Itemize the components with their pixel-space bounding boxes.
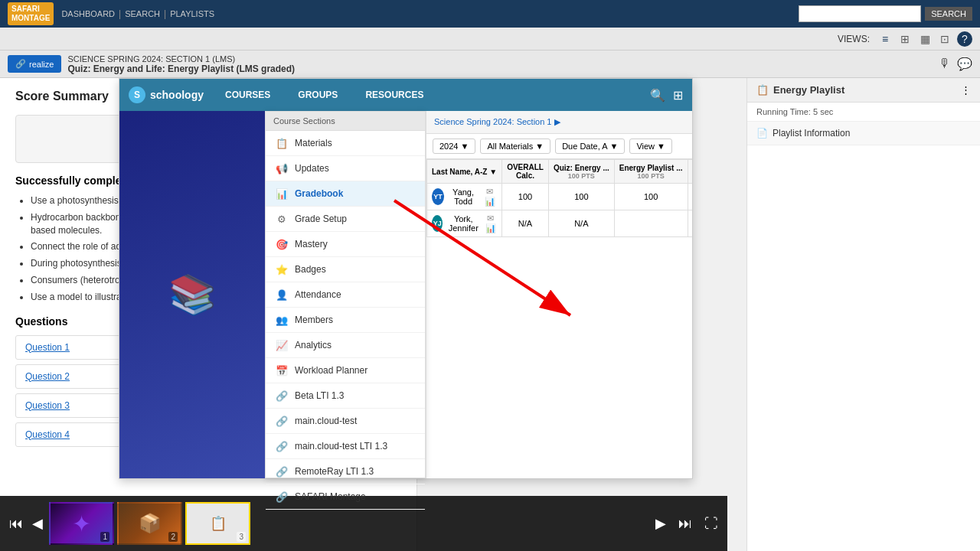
- layout-view-icon[interactable]: ⊡: [937, 31, 952, 47]
- members-menu-item[interactable]: 👥 Members: [266, 308, 425, 333]
- question-2-link[interactable]: Question 2: [25, 371, 70, 382]
- search-input[interactable]: [799, 5, 921, 22]
- breadcrumb-quiz-title: Quiz: Energy and Life: Energy Playlist (…: [67, 64, 933, 74]
- due-date-filter[interactable]: Due Date, A ▼: [555, 139, 625, 154]
- content-area: Score Summary Score 100% (9/9) Successfu…: [0, 78, 980, 551]
- updates-menu-item[interactable]: 📢 Updates: [266, 156, 425, 181]
- student-row-york: YJ York, Jennifer ✉ 📊 N/A N/A: [427, 210, 693, 237]
- student-actions-york: ✉ 📊: [484, 214, 497, 233]
- workload-icon: 📅: [275, 364, 289, 377]
- materials-menu-item[interactable]: 📋 Materials: [266, 131, 425, 156]
- question-3-link[interactable]: Question 3: [25, 400, 70, 411]
- resources-nav-item[interactable]: RESOURCES: [359, 86, 430, 103]
- col1-score-yang: 100: [548, 184, 614, 210]
- col3-score-yang: 100: [688, 184, 692, 210]
- question-4-link[interactable]: Question 4: [25, 429, 70, 440]
- playlist-info-row[interactable]: 📄 Playlist Information: [747, 122, 980, 145]
- student-name-cell: YT Yang, Todd ✉ 📊: [427, 184, 502, 210]
- schoology-nav-icons: 🔍 ⊞: [650, 88, 683, 103]
- film-thumb-1[interactable]: ✦ 1: [49, 502, 114, 545]
- attendance-icon: 👤: [275, 288, 289, 302]
- main-cloud-menu-item[interactable]: 🔗 main.cloud-test: [266, 409, 425, 434]
- schoology-logo: S schoology: [129, 86, 204, 103]
- student-name-york: York, Jennifer: [446, 214, 480, 233]
- col1-score-york: N/A: [548, 210, 614, 237]
- mastery-menu-item[interactable]: 🎯 Mastery: [266, 232, 425, 257]
- lti-icon: 🔗: [275, 389, 289, 403]
- gradebook-breadcrumb[interactable]: Science Spring 2024: Section 1 ▶: [426, 111, 692, 134]
- remoteray-menu-item[interactable]: 🔗 RemoteRay LTI 1.3: [266, 459, 425, 484]
- materials-filter[interactable]: All Materials ▼: [480, 139, 550, 154]
- beta-lti-menu-item[interactable]: 🔗 Beta LTI 1.3: [266, 383, 425, 409]
- film-skip-forward-icon[interactable]: ⏭: [675, 513, 695, 535]
- schoology-content: 📚 Course Sections 📋 Materials 📢 Updates …: [119, 111, 692, 478]
- schoology-overlay: S schoology COURSES GROUPS RESOURCES 🔍 ⊞…: [119, 78, 693, 479]
- dropdown-header: Course Sections: [266, 112, 425, 131]
- gradebook-filters: 2024 ▼ All Materials ▼ Due Date, A ▼ Vie…: [426, 134, 692, 159]
- gradebook-table: Last Name, A-Z ▼ OVERALL Calc. Quiz: Ene…: [426, 159, 692, 237]
- course-dropdown-menu: Course Sections 📋 Materials 📢 Updates 📊 …: [265, 111, 426, 478]
- search-link[interactable]: SEARCH: [125, 9, 160, 18]
- grade-setup-menu-item[interactable]: ⚙ Grade Setup: [266, 207, 425, 232]
- quiz3-col-header: Quiz: Energy ... 100 PTS: [688, 160, 692, 184]
- hero-image: 📚: [119, 111, 265, 478]
- badges-menu-item[interactable]: ⭐ Badges: [266, 257, 425, 282]
- safari-montage-menu-item[interactable]: 🔗 SAFARI Montage: [266, 484, 425, 510]
- search-button[interactable]: SEARCH: [925, 7, 972, 21]
- courses-nav-item[interactable]: COURSES: [219, 86, 276, 103]
- gradebook-menu-item[interactable]: 📊 Gradebook: [266, 181, 425, 207]
- film-skip-back-icon[interactable]: ⏮: [6, 513, 26, 535]
- student-name-yang: Yang, Todd: [448, 187, 479, 206]
- student-avatar-yang: YT: [432, 188, 444, 205]
- film-thumb-3[interactable]: 📋 3: [185, 502, 250, 545]
- film-thumb-2[interactable]: 📦 2: [117, 502, 182, 545]
- badges-icon: ⭐: [275, 262, 289, 276]
- main-cloud-lti-menu-item[interactable]: 🔗 main.cloud-test LTI 1.3: [266, 434, 425, 459]
- overall-score-yang: 100: [502, 184, 549, 210]
- film-play-icon[interactable]: ▶: [652, 512, 669, 535]
- materials-icon: 📋: [275, 136, 289, 150]
- energy-more-icon[interactable]: ⋮: [961, 84, 971, 96]
- energy-running-time: Running Time: 5 sec: [747, 103, 980, 122]
- playlists-link[interactable]: PLAYLISTS: [170, 9, 214, 18]
- microphone-icon[interactable]: 🎙: [939, 57, 951, 71]
- help-icon[interactable]: ?: [957, 31, 972, 47]
- realize-button[interactable]: 🔗 realize: [8, 55, 61, 73]
- top-navigation: SAFARI MONTAGE DASHBOARD | SEARCH | PLAY…: [0, 0, 980, 28]
- film-prev-icon[interactable]: ◀: [29, 512, 46, 535]
- safari-icon: 🔗: [275, 490, 289, 504]
- list-view-icon[interactable]: ≡: [877, 31, 893, 47]
- breadcrumb-course: SCIENCE SPRING 2024: SECTION 1 (LMS): [67, 54, 933, 64]
- attendance-menu-item[interactable]: 👤 Attendance: [266, 282, 425, 308]
- year-filter[interactable]: 2024 ▼: [433, 139, 475, 154]
- overall-score-york: N/A: [502, 210, 549, 237]
- groups-nav-item[interactable]: GROUPS: [292, 86, 344, 103]
- quiz1-col-header: Quiz: Energy ... 100 PTS: [548, 160, 614, 184]
- col2-score-york: [614, 210, 688, 237]
- mastery-icon: 🎯: [275, 237, 289, 251]
- chat-icon[interactable]: 💬: [957, 57, 972, 71]
- safari-montage-logo: SAFARI MONTAGE: [8, 2, 54, 25]
- course-hero: 📚: [119, 111, 265, 478]
- view-filter[interactable]: View ▼: [629, 139, 672, 154]
- analytics-menu-item[interactable]: 📈 Analytics: [266, 333, 425, 358]
- grid-view-icon[interactable]: ⊞: [897, 31, 913, 47]
- workload-planner-menu-item[interactable]: 📅 Workload Planner: [266, 358, 425, 383]
- schoology-search-icon[interactable]: 🔍: [650, 88, 665, 103]
- quiz2-col-header: Energy Playlist ... 100 PTS: [614, 160, 688, 184]
- question-1-link[interactable]: Question 1: [25, 342, 70, 353]
- schoology-grid-icon[interactable]: ⊞: [673, 88, 683, 103]
- breadcrumb-actions: 🎙 💬: [939, 57, 972, 71]
- gradebook-icon: 📊: [275, 187, 289, 201]
- film-right-controls: ▶ ⏭ ⛶: [652, 512, 721, 535]
- dashboard-link[interactable]: DASHBOARD: [61, 9, 115, 18]
- energy-playlist-title: 📋 Energy Playlist: [756, 84, 844, 96]
- student-name-cell: YJ York, Jennifer ✉ 📊: [427, 210, 502, 237]
- student-col-header[interactable]: Last Name, A-Z ▼: [427, 160, 502, 184]
- film-view-icon[interactable]: ▦: [917, 31, 933, 47]
- student-avatar-york: YJ: [432, 215, 443, 232]
- col3-score-york: [688, 210, 692, 237]
- right-panel: 📋 Energy Playlist ⋮ Running Time: 5 sec …: [746, 78, 980, 551]
- playlist-icon: 📋: [756, 84, 769, 96]
- film-fullscreen-icon[interactable]: ⛶: [701, 513, 721, 535]
